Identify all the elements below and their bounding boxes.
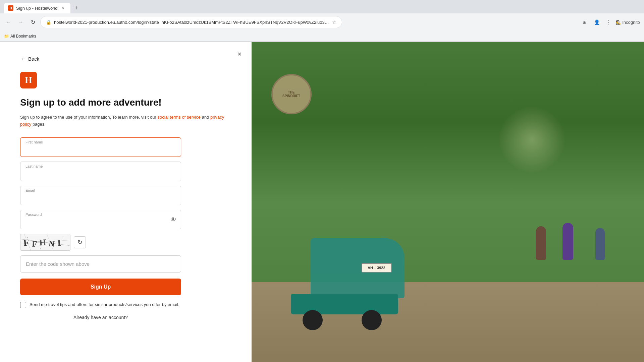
extensions-button[interactable]: ⊞: [579, 17, 590, 27]
svg-text:N: N: [48, 239, 55, 249]
captcha-container: F F H N I ↻: [20, 234, 181, 251]
person-2: [562, 223, 573, 260]
person-1: [536, 226, 546, 260]
star-icon[interactable]: ☆: [332, 19, 336, 25]
background-photo: THESPINDRIFT VH – 3922: [252, 42, 644, 362]
address-bar[interactable]: 🔒 hostelworld-2021-production.eu.auth0.c…: [40, 16, 342, 28]
description-and: and: [202, 115, 209, 120]
back-arrow-icon: ←: [20, 55, 26, 62]
forward-nav-button[interactable]: →: [16, 17, 25, 27]
password-field: Password 👁: [20, 210, 181, 229]
captcha-input[interactable]: [20, 255, 181, 273]
captcha-input-field: [20, 255, 181, 273]
menu-button[interactable]: ⋮: [603, 17, 614, 27]
incognito-icon: 🕵: [615, 20, 621, 25]
lock-icon: 🔒: [46, 20, 51, 25]
page-description: Sign up to agree to the use of your info…: [20, 114, 231, 128]
tuk-tuk-wheel-right: [362, 310, 382, 330]
last-name-field: Last name: [20, 162, 181, 181]
svg-point-10: [27, 237, 28, 238]
tuk-tuk-base: [291, 294, 398, 314]
refresh-icon: ↻: [77, 239, 83, 246]
email-input[interactable]: [20, 186, 181, 205]
right-panel: THESPINDRIFT VH – 3922: [252, 42, 644, 362]
svg-text:F: F: [32, 239, 37, 248]
back-link[interactable]: ← Back: [20, 55, 231, 62]
back-label: Back: [28, 56, 39, 62]
new-tab-button[interactable]: +: [72, 3, 81, 13]
reload-button[interactable]: ↻: [28, 17, 38, 27]
captcha-image: F F H N I: [20, 234, 70, 251]
spindrift-sign: THESPINDRIFT: [271, 74, 312, 114]
left-panel: × ← Back H Sign up to add more adventure…: [0, 42, 252, 362]
password-input[interactable]: [20, 210, 181, 229]
captcha-refresh-button[interactable]: ↻: [74, 236, 86, 248]
svg-text:F: F: [23, 237, 30, 248]
profile-button[interactable]: 👤: [591, 17, 602, 27]
already-account-section: Already have an account?: [20, 315, 181, 320]
browser-chrome: H Sign up - Hostelworld × + ← → ↻ 🔒 host…: [0, 0, 644, 42]
page-content: × ← Back H Sign up to add more adventure…: [0, 42, 644, 362]
bookmarks-icon: 📁: [4, 34, 9, 39]
email-consent-row: Send me travel tips and offers for simil…: [20, 301, 181, 308]
email-consent-checkbox[interactable]: [20, 302, 26, 308]
url-text: hostelworld-2021-production.eu.auth0.com…: [54, 20, 329, 25]
chrome-right-icons: ⊞ 👤 ⋮ 🕵 Incognito: [579, 17, 640, 27]
svg-text:H: H: [39, 237, 46, 247]
page-heading: Sign up to add more adventure!: [20, 97, 231, 109]
light-effect: [498, 106, 566, 173]
hostelworld-logo: H: [20, 72, 37, 88]
bookmarks-bar: 📁 All Bookmarks: [0, 31, 644, 42]
tab-favicon: H: [8, 5, 13, 11]
bookmarks-label: All Bookmarks: [10, 34, 36, 39]
tab-title: Sign up - Hostelworld: [16, 6, 58, 11]
svg-point-12: [63, 238, 63, 239]
tab-bar: H Sign up - Hostelworld × +: [0, 0, 644, 13]
person-3: [595, 228, 605, 260]
description-text: Sign up to agree to the use of your info…: [20, 115, 156, 120]
email-consent-label: Send me travel tips and offers for simil…: [30, 301, 179, 308]
incognito-label: 🕵 Incognito: [615, 20, 640, 25]
license-plate: VH – 3922: [362, 263, 392, 273]
password-toggle-icon[interactable]: 👁: [170, 216, 176, 223]
logo-letter: H: [25, 75, 32, 85]
email-field: Email: [20, 186, 181, 205]
last-name-input[interactable]: [20, 162, 181, 181]
signup-button[interactable]: Sign Up: [20, 279, 181, 295]
close-button[interactable]: ×: [234, 49, 245, 59]
back-nav-button[interactable]: ←: [4, 17, 13, 27]
description-end: pages.: [33, 122, 46, 127]
svg-point-11: [40, 248, 41, 249]
social-terms-link[interactable]: social terms of service: [158, 115, 201, 120]
tab-close-button[interactable]: ×: [60, 5, 66, 11]
active-tab[interactable]: H Sign up - Hostelworld ×: [4, 3, 70, 13]
first-name-field: First name: [20, 137, 181, 157]
address-bar-row: ← → ↻ 🔒 hostelworld-2021-production.eu.a…: [0, 13, 644, 31]
address-bar-icons: ☆: [332, 19, 336, 25]
first-name-input[interactable]: [20, 137, 181, 157]
svg-text:I: I: [57, 238, 61, 248]
already-account-text: Already have an account?: [73, 315, 128, 320]
